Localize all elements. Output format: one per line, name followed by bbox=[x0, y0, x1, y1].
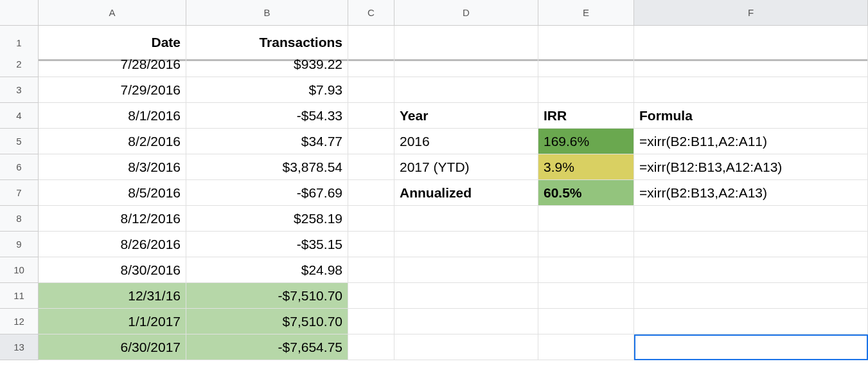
cell-C12[interactable] bbox=[348, 309, 394, 334]
row-header-10[interactable]: 10 bbox=[0, 257, 39, 283]
cell-E12[interactable] bbox=[538, 309, 634, 334]
cell-E3[interactable] bbox=[538, 77, 634, 103]
cell-C4[interactable] bbox=[348, 103, 394, 129]
cell-E9[interactable] bbox=[538, 232, 634, 257]
cell-F13-selected[interactable] bbox=[634, 334, 868, 360]
cell-D6[interactable]: 2017 (YTD) bbox=[394, 154, 538, 180]
row-header-2[interactable]: 2 bbox=[0, 51, 39, 77]
col-header-D[interactable]: D bbox=[394, 0, 538, 26]
cell-C6[interactable] bbox=[348, 154, 394, 180]
cell-C8[interactable] bbox=[348, 206, 394, 232]
cell-E4[interactable]: IRR bbox=[538, 103, 634, 129]
row-header-7[interactable]: 7 bbox=[0, 180, 39, 206]
cell-E7[interactable]: 60.5% bbox=[538, 180, 634, 206]
cell-A5[interactable]: 8/2/2016 bbox=[39, 129, 186, 154]
cell-E13[interactable] bbox=[538, 334, 634, 360]
cell-E6[interactable]: 3.9% bbox=[538, 154, 634, 180]
cell-A12[interactable]: 1/1/2017 bbox=[39, 309, 186, 334]
cell-B4[interactable]: -$54.33 bbox=[186, 103, 348, 129]
cell-B13[interactable]: -$7,654.75 bbox=[186, 334, 348, 360]
cell-C11[interactable] bbox=[348, 283, 394, 309]
cell-F2[interactable] bbox=[634, 51, 868, 77]
cell-D9[interactable] bbox=[394, 232, 538, 257]
col-header-E[interactable]: E bbox=[538, 0, 634, 26]
cell-B10[interactable]: $24.98 bbox=[186, 257, 348, 283]
cell-C10[interactable] bbox=[348, 257, 394, 283]
cell-A2[interactable]: 7/28/2016 bbox=[39, 51, 186, 77]
cell-B6[interactable]: $3,878.54 bbox=[186, 154, 348, 180]
cell-B7[interactable]: -$67.69 bbox=[186, 180, 348, 206]
cell-F6[interactable]: =xirr(B12:B13,A12:A13) bbox=[634, 154, 868, 180]
cell-F5[interactable]: =xirr(B2:B11,A2:A11) bbox=[634, 129, 868, 154]
row-header-4[interactable]: 4 bbox=[0, 103, 39, 129]
col-header-A[interactable]: A bbox=[39, 0, 186, 26]
cell-F9[interactable] bbox=[634, 232, 868, 257]
cell-D7[interactable]: Annualized bbox=[394, 180, 538, 206]
cell-D3[interactable] bbox=[394, 77, 538, 103]
row-header-3[interactable]: 3 bbox=[0, 77, 39, 103]
cell-C2[interactable] bbox=[348, 51, 394, 77]
cell-F3[interactable] bbox=[634, 77, 868, 103]
cell-D4[interactable]: Year bbox=[394, 103, 538, 129]
cell-D12[interactable] bbox=[394, 309, 538, 334]
cell-A13[interactable]: 6/30/2017 bbox=[39, 334, 186, 360]
cell-D8[interactable] bbox=[394, 206, 538, 232]
corner-cell[interactable] bbox=[0, 0, 39, 26]
row-header-13[interactable]: 13 bbox=[0, 334, 39, 360]
cell-E8[interactable] bbox=[538, 206, 634, 232]
cell-F12[interactable] bbox=[634, 309, 868, 334]
cell-A11[interactable]: 12/31/16 bbox=[39, 283, 186, 309]
cell-A7[interactable]: 8/5/2016 bbox=[39, 180, 186, 206]
col-header-F[interactable]: F bbox=[634, 0, 868, 26]
cell-C7[interactable] bbox=[348, 180, 394, 206]
cell-A6[interactable]: 8/3/2016 bbox=[39, 154, 186, 180]
cell-B11[interactable]: -$7,510.70 bbox=[186, 283, 348, 309]
row-header-12[interactable]: 12 bbox=[0, 309, 39, 334]
row-header-11[interactable]: 11 bbox=[0, 283, 39, 309]
cell-C5[interactable] bbox=[348, 129, 394, 154]
cell-B8[interactable]: $258.19 bbox=[186, 206, 348, 232]
cell-B3[interactable]: $7.93 bbox=[186, 77, 348, 103]
cell-B9[interactable]: -$35.15 bbox=[186, 232, 348, 257]
cell-E10[interactable] bbox=[538, 257, 634, 283]
cell-F4[interactable]: Formula bbox=[634, 103, 868, 129]
cell-A10[interactable]: 8/30/2016 bbox=[39, 257, 186, 283]
cell-C13[interactable] bbox=[348, 334, 394, 360]
cell-C9[interactable] bbox=[348, 232, 394, 257]
cell-F7[interactable]: =xirr(B2:B13,A2:A13) bbox=[634, 180, 868, 206]
row-header-5[interactable]: 5 bbox=[0, 129, 39, 154]
cell-D2[interactable] bbox=[394, 51, 538, 77]
cell-B12[interactable]: $7,510.70 bbox=[186, 309, 348, 334]
cell-A4[interactable]: 8/1/2016 bbox=[39, 103, 186, 129]
col-header-C[interactable]: C bbox=[348, 0, 394, 26]
row-header-6[interactable]: 6 bbox=[0, 154, 39, 180]
cell-A9[interactable]: 8/26/2016 bbox=[39, 232, 186, 257]
cell-B2[interactable]: $939.22 bbox=[186, 51, 348, 77]
spreadsheet[interactable]: A B C D E F 1 Date Transactions 2 7/28/2… bbox=[0, 0, 868, 360]
cell-E11[interactable] bbox=[538, 283, 634, 309]
cell-B5[interactable]: $34.77 bbox=[186, 129, 348, 154]
cell-F8[interactable] bbox=[634, 206, 868, 232]
cell-D10[interactable] bbox=[394, 257, 538, 283]
cell-D11[interactable] bbox=[394, 283, 538, 309]
cell-A3[interactable]: 7/29/2016 bbox=[39, 77, 186, 103]
cell-E5[interactable]: 169.6% bbox=[538, 129, 634, 154]
cell-A8[interactable]: 8/12/2016 bbox=[39, 206, 186, 232]
row-header-9[interactable]: 9 bbox=[0, 232, 39, 257]
cell-C3[interactable] bbox=[348, 77, 394, 103]
cell-D5[interactable]: 2016 bbox=[394, 129, 538, 154]
col-header-B[interactable]: B bbox=[186, 0, 348, 26]
cell-D13[interactable] bbox=[394, 334, 538, 360]
cell-E2[interactable] bbox=[538, 51, 634, 77]
row-header-8[interactable]: 8 bbox=[0, 206, 39, 232]
cell-F10[interactable] bbox=[634, 257, 868, 283]
cell-F11[interactable] bbox=[634, 283, 868, 309]
